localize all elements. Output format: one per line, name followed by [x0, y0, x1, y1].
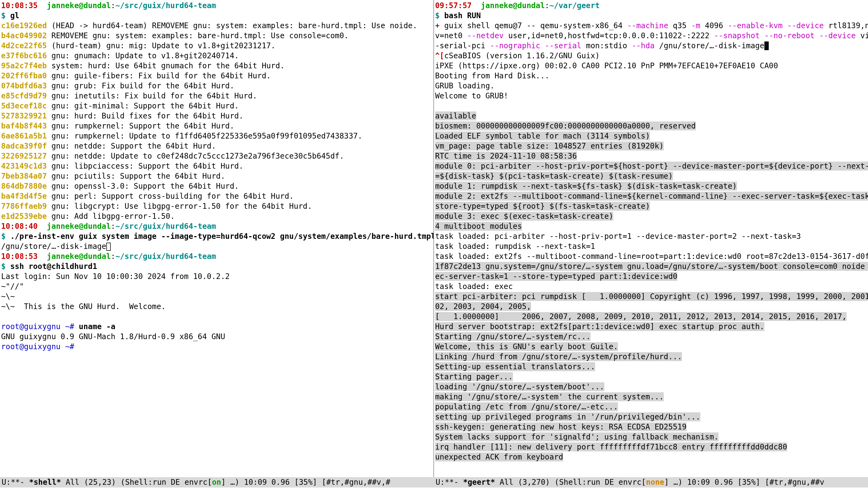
cmd-uname[interactable]: uname -a: [79, 322, 116, 331]
cmd-bash-run[interactable]: bash RUN: [444, 11, 481, 20]
cmd-ssh[interactable]: ssh root@childhurd1: [10, 262, 97, 271]
emacs-modeline: U:**- *shell* All (25,23) (Shell:run DE …: [0, 477, 868, 487]
hurd-prompt[interactable]: root@guixygnu ~#: [1, 342, 79, 351]
right-pane-geert[interactable]: 09:57:57 janneke@dundal:~/var/geert $ ba…: [434, 0, 868, 477]
modeline-left: U:**- *shell* All (25,23) (Shell:run DE …: [0, 477, 434, 487]
cmd-gl[interactable]: gl: [10, 11, 20, 20]
cmd-guix-system-image[interactable]: ./pre-inst-env guix system image --image…: [10, 232, 434, 241]
left-pane-shell[interactable]: 10:08:35 janneke@dundal:~/src/guix/hurd6…: [0, 0, 434, 477]
modeline-right: U:**- *geert* All (3,270) (Shell:run DE …: [434, 477, 868, 487]
cursor: [764, 41, 769, 50]
cursor-box: [106, 242, 111, 251]
split-terminals: 10:08:35 janneke@dundal:~/src/guix/hurd6…: [0, 0, 868, 477]
